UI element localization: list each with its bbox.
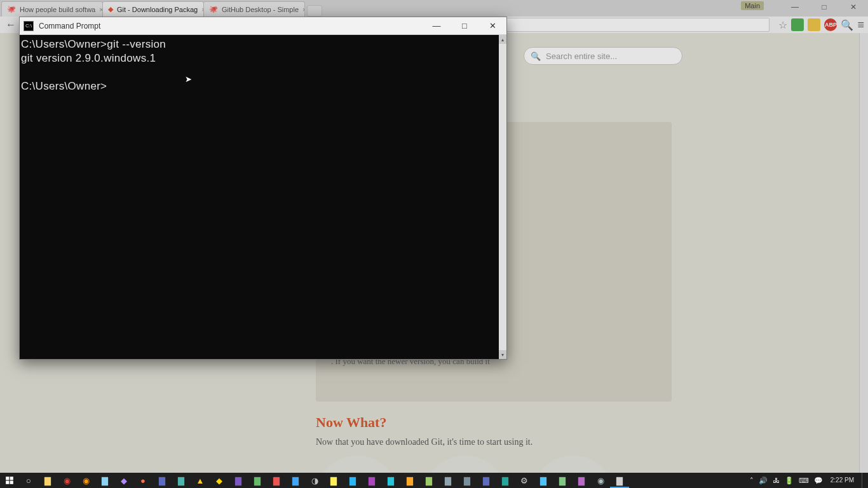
cmd-body-wrap: C:\Users\Owner>git --version git version… (20, 35, 506, 359)
cmd-titlebar[interactable]: C:\ Command Prompt — □ ✕ (20, 17, 506, 35)
svg-rect-3 (10, 477, 13, 480)
browser-window-controls: — □ ✕ (780, 0, 868, 14)
cmd-prompt: C:\Users\Owner> (21, 38, 107, 50)
now-what-circles (316, 456, 614, 473)
tray-up-icon[interactable]: ˄ (750, 477, 754, 485)
cmd-app-icon: C:\ (24, 21, 34, 31)
cmd-title-text: Command Prompt (39, 22, 100, 30)
start-button[interactable] (0, 473, 19, 488)
network-icon[interactable]: 🖧 (773, 477, 780, 484)
app-icon[interactable]: ◆ (114, 473, 133, 488)
app-icon[interactable]: ◆ (210, 473, 229, 488)
battery-icon[interactable]: 🔋 (785, 477, 794, 485)
tab-github-how-people[interactable]: 🐙 How people build softwa × (1, 1, 103, 17)
cmd-window-controls: — □ ✕ (423, 17, 506, 35)
app-icon[interactable]: ▇ (534, 473, 553, 488)
notepad-icon[interactable]: ▇ (95, 473, 114, 488)
mouse-icon[interactable] (424, 456, 506, 473)
cmd-scrollbar[interactable]: ▴ ▾ (499, 35, 506, 359)
minimize-button[interactable]: — (423, 17, 451, 35)
abp-extension-icon[interactable]: ABP (824, 18, 837, 31)
chrome-icon[interactable]: ◉ (57, 473, 76, 488)
close-icon[interactable]: × (302, 6, 305, 13)
app-icon[interactable]: ◑ (305, 473, 324, 488)
clock-time: 2:22 PM (831, 477, 854, 484)
book-icon[interactable] (316, 456, 398, 473)
menu-icon[interactable]: ≡ (857, 18, 864, 32)
file-explorer-icon[interactable]: ▇ (38, 473, 57, 488)
site-search-input[interactable]: 🔍 Search entire site... (524, 47, 682, 65)
tab-title: How people build softwa (20, 6, 95, 13)
cmd-prompt: C:\Users\Owner> (21, 80, 107, 92)
app-icon[interactable]: ▇ (267, 473, 286, 488)
back-button[interactable]: ← (4, 18, 18, 32)
app-icon[interactable]: ▇ (572, 473, 591, 488)
now-what-section: Now What? Now that you have downloaded G… (316, 414, 672, 447)
svg-rect-2 (6, 477, 9, 480)
now-what-text: Now that you have downloaded Git, it's t… (316, 437, 672, 447)
app-icon[interactable]: ▇ (419, 473, 438, 488)
scroll-up-icon[interactable]: ▴ (499, 35, 506, 44)
scroll-track[interactable] (499, 44, 506, 350)
tab-strip: 🐙 How people build softwa × ◆ Git - Down… (0, 0, 868, 17)
favicon-icon: 🐙 (209, 5, 218, 14)
new-tab-button[interactable] (307, 5, 322, 17)
cortana-button[interactable]: ○ (19, 473, 38, 488)
app-icon[interactable]: ▇ (362, 473, 381, 488)
app-icon[interactable]: ▲ (191, 473, 210, 488)
cmd-taskbar-icon[interactable]: ▇ (610, 473, 629, 488)
tab-title: GitHub Desktop - Simple (222, 6, 299, 13)
link-icon[interactable] (532, 456, 614, 473)
search-icon: 🔍 (531, 51, 541, 61)
search-placeholder: Search entire site... (546, 51, 617, 61)
extension-icon[interactable] (808, 18, 820, 31)
star-icon[interactable]: ☆ (778, 19, 787, 31)
settings-icon[interactable]: ⚙ (515, 473, 534, 488)
cmd-command: git --version (107, 38, 166, 50)
app-icon[interactable]: ▇ (153, 473, 172, 488)
scroll-down-icon[interactable]: ▾ (499, 350, 506, 359)
app-icon[interactable]: ● (133, 473, 153, 488)
app-icon[interactable]: ▇ (458, 473, 477, 488)
app-icon[interactable]: ▇ (248, 473, 267, 488)
mouse-cursor-icon: ➤ (185, 74, 191, 83)
cmd-terminal-area[interactable]: C:\Users\Owner>git --version git version… (20, 35, 499, 359)
app-icon[interactable]: ▇ (400, 473, 419, 488)
now-what-heading: Now What? (316, 414, 672, 431)
favicon-icon: 🐙 (7, 5, 16, 14)
close-button[interactable]: ✕ (839, 0, 868, 14)
close-button[interactable]: ✕ (478, 17, 506, 35)
maximize-button[interactable]: □ (810, 0, 839, 14)
cmd-output: git version 2.9.0.windows.1 (21, 52, 156, 64)
svg-rect-4 (6, 481, 9, 484)
extension-icon[interactable] (791, 18, 804, 31)
main-badge: Main (741, 1, 764, 10)
keyboard-icon[interactable]: ⌨ (799, 477, 809, 485)
app-icon[interactable]: ▇ (496, 473, 515, 488)
app-icon[interactable]: ▇ (229, 473, 248, 488)
notifications-icon[interactable]: 💬 (814, 477, 823, 485)
app-icon[interactable]: ▇ (381, 473, 400, 488)
page-scrollbar[interactable] (859, 33, 868, 473)
maximize-button[interactable]: □ (451, 17, 478, 35)
volume-icon[interactable]: 🔊 (759, 477, 768, 485)
search-icon[interactable]: 🔍 (841, 19, 853, 31)
minimize-button[interactable]: — (780, 0, 810, 14)
svg-rect-5 (10, 481, 13, 484)
command-prompt-window[interactable]: C:\ Command Prompt — □ ✕ C:\Users\Owner>… (19, 17, 507, 360)
app-icon[interactable]: ▇ (553, 473, 572, 488)
tab-git-downloading[interactable]: ◆ Git - Downloading Packag × (102, 1, 204, 17)
tab-github-desktop[interactable]: 🐙 GitHub Desktop - Simple × (203, 1, 305, 17)
app-icon[interactable]: ▇ (477, 473, 496, 488)
favicon-icon: ◆ (108, 5, 113, 14)
app-icon[interactable]: ▇ (438, 473, 458, 488)
show-desktop-button[interactable] (862, 473, 865, 488)
taskbar-right: ˄ 🔊 🖧 🔋 ⌨ 💬 2:22 PM (750, 473, 868, 488)
app-icon[interactable]: ▇ (343, 473, 362, 488)
app-icon[interactable]: ▇ (172, 473, 191, 488)
app-icon[interactable]: ▇ (324, 473, 343, 488)
app-icon[interactable]: ◉ (591, 473, 610, 488)
firefox-icon[interactable]: ◉ (76, 473, 95, 488)
app-icon[interactable]: ▇ (286, 473, 305, 488)
clock[interactable]: 2:22 PM (828, 477, 857, 484)
